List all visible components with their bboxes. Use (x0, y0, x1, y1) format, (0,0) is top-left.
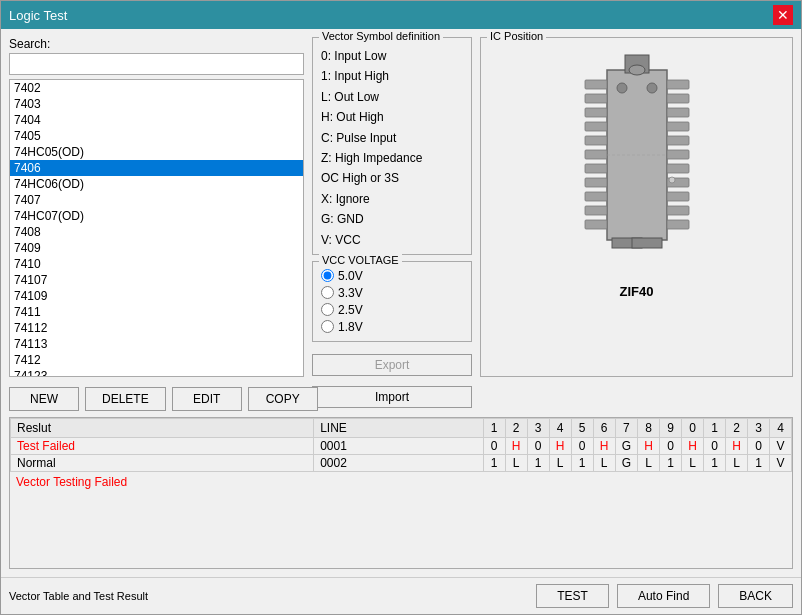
edit-button[interactable]: EDIT (172, 387, 242, 411)
table-header-cell: 5 (571, 419, 593, 438)
svg-rect-6 (585, 122, 607, 131)
svg-rect-11 (585, 192, 607, 201)
svg-rect-26 (632, 238, 662, 248)
table-header-cell: 0 (682, 419, 704, 438)
auto-find-button[interactable]: Auto Find (617, 584, 710, 608)
list-item[interactable]: 7406 (10, 160, 303, 176)
vcc-radio[interactable] (321, 303, 334, 316)
value-cell: H (726, 438, 748, 455)
value-cell: L (505, 455, 527, 472)
svg-point-30 (669, 177, 675, 183)
list-item[interactable]: 7403 (10, 96, 303, 112)
list-item[interactable]: 74HC06(OD) (10, 176, 303, 192)
vector-line: C: Pulse Input (321, 128, 463, 148)
list-item[interactable]: 7404 (10, 112, 303, 128)
search-label: Search: (9, 37, 304, 51)
search-input[interactable] (9, 53, 304, 75)
vcc-radio[interactable] (321, 320, 334, 333)
value-cell: G (615, 438, 637, 455)
value-cell: 0 (483, 438, 505, 455)
vcc-voltage-group: VCC VOLTAGE 5.0V3.3V2.5V1.8V (312, 261, 472, 342)
line-cell: 0002 (314, 455, 483, 472)
table-header-cell: 7 (615, 419, 637, 438)
vector-line: V: VCC (321, 230, 463, 250)
list-item[interactable]: 7408 (10, 224, 303, 240)
list-item[interactable]: 7412 (10, 352, 303, 368)
back-button[interactable]: BACK (718, 584, 793, 608)
new-button[interactable]: NEW (9, 387, 79, 411)
value-cell: 1 (527, 455, 549, 472)
list-item[interactable]: 74HC05(OD) (10, 144, 303, 160)
delete-button[interactable]: DELETE (85, 387, 166, 411)
list-item[interactable]: 7410 (10, 256, 303, 272)
table-header-cell: 9 (660, 419, 682, 438)
ic-list[interactable]: 740274037404740574HC05(OD)740674HC06(OD)… (9, 79, 304, 377)
svg-rect-17 (667, 122, 689, 131)
value-cell: 1 (483, 455, 505, 472)
list-item[interactable]: 74113 (10, 336, 303, 352)
main-window: Logic Test ✕ Search: 740274037404740574H… (0, 0, 802, 615)
svg-rect-15 (667, 94, 689, 103)
list-item[interactable]: 74107 (10, 272, 303, 288)
value-cell: 1 (748, 455, 770, 472)
value-cell: 1 (704, 455, 726, 472)
list-item[interactable]: 74109 (10, 288, 303, 304)
svg-rect-9 (585, 164, 607, 173)
title-bar: Logic Test ✕ (1, 1, 801, 29)
svg-point-28 (647, 83, 657, 93)
value-cell: L (593, 455, 615, 472)
vcc-radio[interactable] (321, 269, 334, 282)
table-header-cell: 6 (593, 419, 615, 438)
list-item[interactable]: 74123 (10, 368, 303, 377)
main-content: Search: 740274037404740574HC05(OD)740674… (1, 29, 801, 577)
list-item[interactable]: 7405 (10, 128, 303, 144)
list-item[interactable]: 7411 (10, 304, 303, 320)
middle-panel: Vector Symbol definition 0: Input Low1: … (312, 37, 472, 377)
svg-rect-4 (585, 94, 607, 103)
svg-point-27 (617, 83, 627, 93)
value-cell: L (682, 455, 704, 472)
value-cell: V (770, 438, 792, 455)
table-header-cell: 2 (505, 419, 527, 438)
value-cell: V (770, 455, 792, 472)
table-header-cell: LINE (314, 419, 483, 438)
value-cell: 0 (660, 438, 682, 455)
svg-rect-3 (585, 80, 607, 89)
ic-position-title: IC Position (487, 30, 546, 42)
vcc-option-row: 3.3V (321, 286, 463, 300)
bottom-bar: Vector Table and Test Result TEST Auto F… (1, 577, 801, 614)
vcc-voltage-title: VCC VOLTAGE (319, 254, 402, 266)
value-cell: G (615, 455, 637, 472)
result-cell: Normal (11, 455, 314, 472)
vector-line: H: Out High (321, 107, 463, 127)
error-text: Vector Testing Failed (10, 472, 792, 492)
value-cell: 0 (704, 438, 726, 455)
value-cell: H (682, 438, 704, 455)
value-cell: H (638, 438, 660, 455)
table-body: Test Failed00010H0H0HGH0H0H0VNormal00021… (11, 438, 792, 472)
vcc-radio[interactable] (321, 286, 334, 299)
vcc-option-row: 5.0V (321, 269, 463, 283)
table-header-cell: 8 (638, 419, 660, 438)
svg-rect-7 (585, 136, 607, 145)
close-button[interactable]: ✕ (773, 5, 793, 25)
svg-rect-19 (667, 150, 689, 159)
list-item[interactable]: 74HC07(OD) (10, 208, 303, 224)
list-item[interactable]: 74112 (10, 320, 303, 336)
vector-line: L: Out Low (321, 87, 463, 107)
copy-button[interactable]: COPY (248, 387, 318, 411)
vcc-label: 1.8V (338, 320, 363, 334)
test-button[interactable]: TEST (536, 584, 609, 608)
result-cell: Test Failed (11, 438, 314, 455)
svg-rect-10 (585, 178, 607, 187)
value-cell: L (638, 455, 660, 472)
ic-chip-name: ZIF40 (620, 284, 654, 299)
svg-point-2 (629, 65, 645, 75)
list-item[interactable]: 7407 (10, 192, 303, 208)
value-cell: 0 (571, 438, 593, 455)
list-item[interactable]: 7402 (10, 80, 303, 96)
table-row: Test Failed00010H0H0HGH0H0H0V (11, 438, 792, 455)
results-section: ReslutLINE12345678901234 Test Failed0001… (9, 417, 793, 569)
window-title: Logic Test (9, 8, 67, 23)
list-item[interactable]: 7409 (10, 240, 303, 256)
